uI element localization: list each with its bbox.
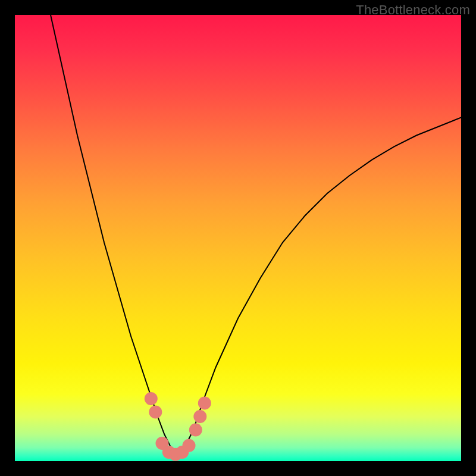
markers-group <box>145 392 211 461</box>
data-marker-7 <box>189 424 202 437</box>
watermark-text: TheBottleneck.com <box>356 2 470 18</box>
curve-svg <box>15 15 461 461</box>
data-marker-9 <box>198 397 211 410</box>
data-marker-6 <box>183 439 196 452</box>
data-marker-0 <box>145 392 158 405</box>
data-marker-1 <box>149 406 162 419</box>
plot-area <box>15 15 461 461</box>
data-marker-8 <box>193 410 206 423</box>
chart-frame: TheBottleneck.com <box>0 0 476 476</box>
bottleneck-curve <box>51 15 461 455</box>
